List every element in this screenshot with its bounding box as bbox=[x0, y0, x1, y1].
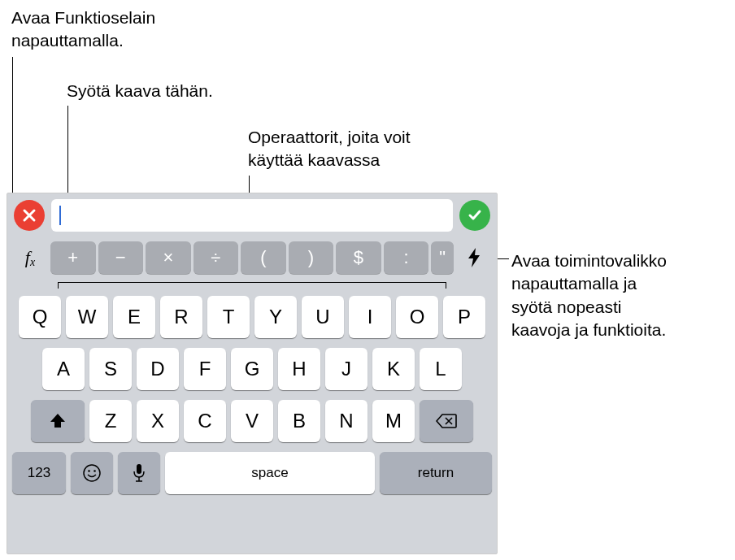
accept-button[interactable] bbox=[459, 200, 490, 231]
key-t[interactable]: T bbox=[207, 296, 250, 338]
svg-point-1 bbox=[88, 470, 90, 472]
key-k[interactable]: K bbox=[372, 348, 415, 390]
key-q[interactable]: Q bbox=[19, 296, 61, 338]
backspace-icon bbox=[436, 413, 457, 429]
operator-row: fx + − × ÷ ( ) $ : " bbox=[7, 237, 497, 278]
key-w[interactable]: W bbox=[66, 296, 108, 338]
op-divide[interactable]: ÷ bbox=[194, 241, 239, 274]
op-colon[interactable]: : bbox=[384, 241, 429, 274]
cancel-button[interactable] bbox=[14, 200, 45, 231]
quick-formula-button[interactable] bbox=[456, 241, 492, 274]
callout-operators: Operaattorit, joita voit käyttää kaavass… bbox=[248, 126, 411, 172]
key-j[interactable]: J bbox=[325, 348, 368, 390]
dictation-key[interactable] bbox=[118, 452, 160, 494]
key-c[interactable]: C bbox=[184, 400, 226, 442]
space-key[interactable]: space bbox=[165, 452, 375, 494]
key-p[interactable]: P bbox=[443, 296, 485, 338]
delete-key[interactable] bbox=[420, 400, 473, 442]
formula-bar bbox=[7, 193, 497, 237]
key-g[interactable]: G bbox=[231, 348, 273, 390]
op-quote[interactable]: " bbox=[431, 241, 454, 274]
mic-icon bbox=[133, 463, 146, 483]
shift-key[interactable] bbox=[31, 400, 85, 442]
key-s[interactable]: S bbox=[89, 348, 132, 390]
text-cursor bbox=[59, 206, 61, 225]
svg-rect-3 bbox=[137, 464, 141, 474]
callout-formula: Syötä kaava tähän. bbox=[67, 80, 213, 102]
op-multiply[interactable]: × bbox=[146, 241, 191, 274]
numeric-key[interactable]: 123 bbox=[12, 452, 66, 494]
keyboard-screenshot: fx + − × ÷ ( ) $ : " Q W E R T Y U I O bbox=[7, 193, 498, 554]
emoji-key[interactable] bbox=[71, 452, 113, 494]
op-plus[interactable]: + bbox=[50, 241, 96, 274]
key-z[interactable]: Z bbox=[89, 400, 132, 442]
key-m[interactable]: M bbox=[372, 400, 415, 442]
lightning-icon bbox=[466, 247, 482, 268]
op-paren-open[interactable]: ( bbox=[241, 241, 286, 274]
key-n[interactable]: N bbox=[325, 400, 368, 442]
key-x[interactable]: X bbox=[137, 400, 179, 442]
callout-quick: Avaa toimintovalikko napauttamalla ja sy… bbox=[511, 250, 667, 341]
kb-row-1: Q W E R T Y U I O P bbox=[11, 296, 494, 338]
svg-point-2 bbox=[94, 470, 96, 472]
return-key[interactable]: return bbox=[380, 452, 492, 494]
key-h[interactable]: H bbox=[278, 348, 320, 390]
kb-row-bottom: 123 space return bbox=[11, 452, 494, 494]
kb-row-3: Z X C V B N M bbox=[11, 400, 494, 442]
key-i[interactable]: I bbox=[349, 296, 391, 338]
kb-row-2: A S D F G H J K L bbox=[11, 348, 494, 390]
key-e[interactable]: E bbox=[113, 296, 155, 338]
op-minus[interactable]: − bbox=[98, 241, 144, 274]
shift-icon bbox=[49, 412, 67, 430]
close-icon bbox=[22, 208, 37, 223]
formula-input[interactable] bbox=[51, 199, 453, 232]
key-f[interactable]: F bbox=[184, 348, 226, 390]
key-a[interactable]: A bbox=[42, 348, 85, 390]
key-y[interactable]: Y bbox=[254, 296, 297, 338]
key-v[interactable]: V bbox=[231, 400, 273, 442]
fx-label: fx bbox=[25, 247, 35, 269]
op-paren-close[interactable]: ) bbox=[289, 241, 334, 274]
key-o[interactable]: O bbox=[396, 296, 438, 338]
emoji-icon bbox=[82, 463, 102, 483]
key-b[interactable]: B bbox=[278, 400, 320, 442]
callout-fx: Avaa Funktioselain napauttamalla. bbox=[11, 7, 155, 53]
alpha-keyboard: Q W E R T Y U I O P A S D F G H J K L bbox=[7, 278, 497, 499]
svg-point-0 bbox=[84, 465, 100, 481]
op-dollar[interactable]: $ bbox=[336, 241, 381, 274]
key-r[interactable]: R bbox=[160, 296, 202, 338]
fx-button[interactable]: fx bbox=[12, 241, 48, 274]
key-u[interactable]: U bbox=[302, 296, 344, 338]
key-d[interactable]: D bbox=[137, 348, 179, 390]
check-icon bbox=[467, 207, 483, 224]
key-l[interactable]: L bbox=[420, 348, 462, 390]
